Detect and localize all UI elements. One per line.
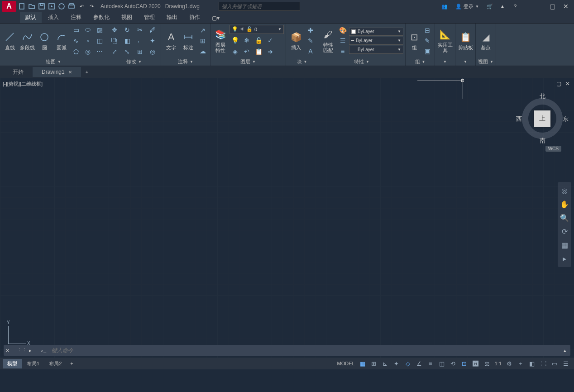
otrack-toggle-icon[interactable]: ∠ — [414, 359, 425, 368]
rotate-icon[interactable]: ↻ — [122, 25, 133, 35]
block-attr-icon[interactable]: A — [305, 46, 316, 56]
text-button[interactable]: A 文字 — [163, 25, 179, 57]
layout-2[interactable]: 布局2 — [44, 359, 66, 368]
viewcube[interactable]: 上 北 南 东 西 — [520, 96, 565, 141]
trim-icon[interactable]: ✂ — [134, 25, 145, 35]
drawing-area[interactable]: [-][俯视][二维线框] — ▢ ✕ 上 北 南 东 西 WCS ◎ ✋ 🔍 … — [0, 78, 574, 358]
array-icon[interactable]: ⊞ — [134, 47, 145, 57]
workspace-icon[interactable]: ⚙ — [504, 359, 515, 368]
line-button[interactable]: 直线 — [2, 25, 18, 57]
utilities-button[interactable]: 📐 实用工具 — [437, 25, 453, 57]
scale-value[interactable]: 1:1 — [493, 361, 503, 366]
isolate-icon[interactable]: ◧ — [526, 359, 537, 368]
erase-icon[interactable]: 🖉 — [147, 25, 158, 35]
add-tab-button[interactable]: + — [81, 67, 93, 76]
layer-props-button[interactable]: 📚 图层 特性 — [212, 25, 229, 57]
customize-icon[interactable]: ☰ — [560, 359, 571, 368]
viewport-label[interactable]: [-][俯视][二维线框] — [3, 81, 43, 87]
cmd-close-icon[interactable]: ✕ — [4, 348, 11, 354]
mirror-icon[interactable]: ◧ — [122, 36, 133, 46]
app-logo-icon[interactable]: A — [2, 1, 16, 12]
layer-state-icon[interactable]: 📋 — [253, 47, 264, 57]
snap-toggle-icon[interactable]: ⊞ — [368, 359, 379, 368]
cloud-icon[interactable]: ☁ — [197, 46, 208, 56]
match-props-button[interactable]: 🖌 特性 匹配 — [320, 25, 336, 57]
vp-minimize-icon[interactable]: — — [546, 81, 553, 87]
dynamic-input-icon[interactable]: ⊡ — [459, 359, 470, 368]
close-tab-icon[interactable]: ✕ — [68, 70, 72, 75]
table-icon[interactable]: ⊞ — [197, 36, 208, 46]
viewcube-south[interactable]: 南 — [540, 137, 545, 145]
layout-model[interactable]: 模型 — [3, 359, 22, 368]
move-icon[interactable]: ✥ — [109, 25, 120, 35]
spline-icon[interactable]: ∿ — [71, 36, 81, 46]
save-icon[interactable] — [37, 2, 46, 11]
layer-freeze-icon[interactable]: ❄ — [241, 35, 252, 45]
cart-icon[interactable]: 🛒 — [485, 2, 494, 11]
nav-zoom-icon[interactable]: 🔍 — [558, 211, 571, 225]
layer-lock-icon[interactable]: 🔒 — [253, 35, 264, 45]
vp-maximize-icon[interactable]: ▢ — [555, 81, 562, 87]
viewcube-north[interactable]: 北 — [540, 92, 545, 100]
nav-orbit-icon[interactable]: ⟳ — [558, 225, 571, 238]
monitor-icon[interactable]: + — [515, 359, 526, 368]
tab-drawing1[interactable]: Drawing1 ✕ — [33, 67, 81, 77]
donut-icon[interactable]: ◎ — [82, 47, 93, 57]
scale-icon[interactable]: ⤡ — [122, 47, 133, 57]
color-combo[interactable]: ByLayer▼ — [349, 28, 403, 36]
basepoint-button[interactable]: ◢ 基点 — [478, 25, 494, 57]
grid-toggle-icon[interactable]: ▦ — [357, 359, 368, 368]
open-icon[interactable] — [27, 2, 36, 11]
undo-icon[interactable]: ↶ — [77, 2, 86, 11]
hatch-icon[interactable]: ▨ — [94, 25, 105, 35]
ellipse-icon[interactable]: ⬭ — [82, 25, 93, 35]
layer-make-icon[interactable]: ➜ — [265, 47, 276, 57]
layer-iso-icon[interactable]: ◈ — [230, 47, 240, 57]
layer-combo[interactable]: 💡 ☀ 🔓 0 ▼ — [230, 25, 284, 34]
group-button[interactable]: ⊡ 组 — [407, 25, 421, 57]
transparency-icon[interactable]: ◫ — [436, 359, 447, 368]
explode-icon[interactable]: ✦ — [147, 36, 158, 46]
cycling-icon[interactable]: ⟲ — [448, 359, 459, 368]
layer-prev-icon[interactable]: ↶ — [241, 47, 252, 57]
login-button[interactable]: 👤 登录 ▼ — [453, 2, 482, 11]
nav-showmotion-icon[interactable]: ▦ — [558, 238, 571, 252]
command-input[interactable] — [49, 347, 560, 354]
apps-icon[interactable]: ▲ — [498, 2, 507, 11]
region-icon[interactable]: ◫ — [94, 36, 105, 46]
circle-button[interactable]: 圆 — [36, 25, 53, 57]
annotation-vis-icon[interactable]: ⚖ — [482, 359, 493, 368]
nav-wheel-icon[interactable]: ◎ — [558, 184, 571, 197]
viewcube-east[interactable]: 东 — [563, 115, 569, 123]
tab-view[interactable]: 视图 — [116, 12, 138, 23]
maximize-button[interactable]: ▢ — [546, 2, 559, 11]
wcs-badge[interactable]: WCS — [545, 146, 561, 152]
group-select-icon[interactable]: ▣ — [422, 46, 433, 56]
arc-button[interactable]: 圆弧 — [53, 25, 70, 57]
stretch-icon[interactable]: ⤢ — [109, 47, 120, 57]
vp-close-icon[interactable]: ✕ — [564, 81, 571, 87]
tab-start[interactable]: 开始 — [4, 67, 33, 78]
layer-off-icon[interactable]: 💡 — [230, 35, 240, 45]
ltype-icon[interactable]: ≡ — [337, 46, 348, 56]
insert-block-button[interactable]: 📦 插入 — [288, 25, 304, 57]
status-model[interactable]: MODEL — [335, 361, 357, 366]
block-edit-icon[interactable]: ✎ — [305, 36, 316, 46]
cmd-handle[interactable]: ⋮⋮ ▸ — [11, 348, 38, 354]
ltype-combo[interactable]: —ByLayer▼ — [349, 46, 403, 54]
layout-add-button[interactable]: + — [67, 359, 77, 368]
list-icon[interactable]: ☰ — [337, 36, 348, 46]
polyline-button[interactable]: 多段线 — [19, 25, 35, 57]
annotation-scale-icon[interactable]: 🅰 — [470, 359, 481, 368]
viewcube-west[interactable]: 西 — [516, 115, 522, 123]
layout-1[interactable]: 布局1 — [22, 359, 44, 368]
tab-default[interactable]: 默认 — [20, 12, 42, 23]
group-edit-icon[interactable]: ✎ — [422, 36, 433, 46]
polar-toggle-icon[interactable]: ✦ — [391, 359, 402, 368]
copy-icon[interactable]: ⿻ — [109, 36, 120, 46]
share-icon[interactable]: 👥 — [440, 2, 449, 11]
hardware-icon[interactable]: ⛶ — [538, 359, 549, 368]
fillet-icon[interactable]: ⌐ — [134, 36, 145, 46]
plot-icon[interactable] — [67, 2, 76, 11]
minimize-button[interactable]: — — [532, 2, 545, 11]
